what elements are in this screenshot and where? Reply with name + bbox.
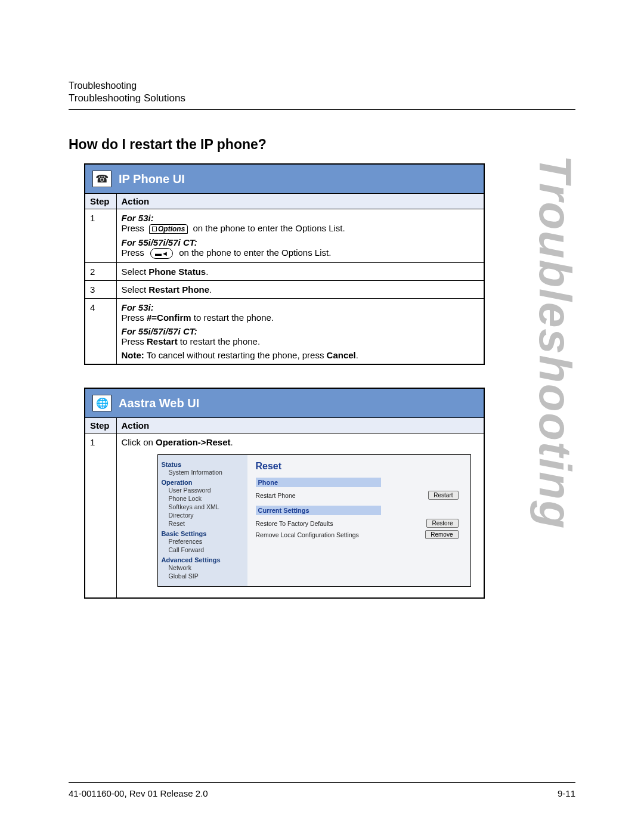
web-ui-screenshot: Status System Information Operation User… — [157, 454, 471, 587]
label-restart-phone: Restart Phone — [256, 492, 296, 499]
col-action: Action — [116, 194, 484, 209]
header-rule — [69, 109, 575, 110]
col-action: Action — [116, 418, 484, 433]
remove-button[interactable]: Remove — [425, 530, 458, 539]
col-step: Step — [85, 194, 116, 209]
table-row: 3 Select Restart Phone. — [85, 281, 484, 299]
step-action: For 53i: Press #=Confirm to restart the … — [116, 299, 484, 364]
table-row: 2 Select Phone Status. — [85, 263, 484, 281]
titlebar-text-web-ui: Aastra Web UI — [119, 397, 199, 410]
step-action: For 53i: Press Options on the phone to e… — [116, 209, 484, 263]
globe-icon — [92, 395, 112, 411]
nav-cat-advanced-settings[interactable]: Advanced Settings — [162, 556, 244, 563]
step-num: 2 — [85, 263, 116, 281]
t: to restart the phone. — [191, 312, 274, 323]
nav-item-directory[interactable]: Directory — [169, 511, 244, 519]
step-num: 1 — [85, 433, 116, 598]
nav-item-network[interactable]: Network — [169, 563, 244, 572]
t: Click on — [122, 437, 156, 447]
operation-reset-label: Operation->Reset — [156, 437, 230, 447]
press-suffix-2: on the phone to enter the Options List. — [179, 247, 331, 258]
step-action: Click on Operation->Reset. Status System… — [116, 433, 484, 598]
procedure-web-ui: Aastra Web UI Step Action 1 Click on Ope… — [84, 388, 485, 599]
restore-button[interactable]: Restore — [426, 519, 458, 528]
footer-doc-id: 41-001160-00, Rev 01 Release 2.0 — [69, 788, 208, 798]
nav-item-softkeys-xml[interactable]: Softkeys and XML — [169, 503, 244, 511]
table-ip-phone: Step Action 1 For 53i: Press Options on … — [85, 193, 484, 364]
t: . — [209, 284, 212, 295]
step-num: 3 — [85, 281, 116, 299]
t: . — [230, 437, 233, 447]
for-53i-label: For 53i: — [122, 213, 154, 223]
t: Select — [122, 284, 149, 295]
nav-cat-status[interactable]: Status — [162, 461, 244, 468]
footer-rule — [69, 782, 575, 783]
for-53i-label: For 53i: — [122, 302, 154, 312]
nav-item-phone-lock[interactable]: Phone Lock — [169, 494, 244, 503]
restart-phone-label: Restart Phone — [148, 284, 209, 295]
options-key-label: Options — [158, 225, 185, 233]
restart-button[interactable]: Restart — [428, 491, 458, 500]
nav-cat-operation[interactable]: Operation — [162, 479, 244, 486]
procedure-ip-phone: IP Phone UI Step Action 1 For 53i: Press… — [84, 163, 485, 365]
t: To cancel without restarting the phone, … — [144, 350, 327, 360]
nav-item-preferences[interactable]: Preferences — [169, 537, 244, 546]
label-restore-defaults: Restore To Factory Defaults — [256, 520, 333, 527]
options-key-icon: Options — [149, 224, 188, 234]
cancel-key-label: Cancel — [327, 350, 356, 360]
web-page-title: Reset — [256, 461, 462, 472]
label-remove-local: Remove Local Configuration Settings — [256, 531, 359, 538]
note-label: Note: — [122, 350, 144, 360]
web-nav: Status System Information Operation User… — [158, 455, 247, 586]
press-suffix: on the phone to enter the Options List. — [193, 223, 345, 233]
for-55i-label: For 55i/57i/57i CT: — [122, 326, 197, 336]
phone-icon — [92, 171, 112, 187]
nav-item-system-information[interactable]: System Information — [169, 468, 244, 476]
titlebar-web-ui: Aastra Web UI — [85, 389, 484, 417]
press-text-2: Press — [122, 247, 147, 258]
nav-item-user-password[interactable]: User Password — [169, 486, 244, 494]
menu-key-icon: ▬◄ — [150, 248, 173, 259]
titlebar-ip-phone: IP Phone UI — [85, 165, 484, 193]
step-action: Select Phone Status. — [116, 263, 484, 281]
press-text: Press — [122, 223, 144, 233]
step-num: 1 — [85, 209, 116, 263]
table-row: 4 For 53i: Press #=Confirm to restart th… — [85, 299, 484, 364]
table-web-ui: Step Action 1 Click on Operation->Reset.… — [85, 417, 484, 597]
header-crumb-1: Troubleshooting — [69, 80, 575, 91]
step-action: Select Restart Phone. — [116, 281, 484, 299]
restart-key-label: Restart — [147, 336, 178, 346]
table-row: 1 Click on Operation->Reset. Status Syst… — [85, 433, 484, 598]
nav-item-call-forward[interactable]: Call Forward — [169, 546, 244, 554]
header-crumb-2: Troubleshooting Solutions — [69, 92, 575, 104]
t: Select — [122, 267, 149, 277]
nav-cat-basic-settings[interactable]: Basic Settings — [162, 530, 244, 537]
for-55i-label: For 55i/57i/57i CT: — [122, 237, 197, 247]
confirm-key-label: #=Confirm — [147, 312, 191, 323]
phone-status-label: Phone Status — [148, 267, 206, 277]
watermark-text: Troubleshooting — [530, 155, 581, 529]
t: . — [206, 267, 208, 277]
t: Press — [122, 312, 147, 323]
section-current-settings: Current Settings — [256, 506, 381, 515]
section-phone: Phone — [256, 478, 381, 487]
titlebar-text-ip-phone: IP Phone UI — [119, 172, 185, 186]
row-restart-phone: Restart Phone Restart — [256, 490, 459, 501]
t: . — [356, 350, 358, 360]
table-row: 1 For 53i: Press Options on the phone to… — [85, 209, 484, 263]
t: Press — [122, 336, 147, 346]
nav-item-reset[interactable]: Reset — [169, 519, 244, 528]
step-num: 4 — [85, 299, 116, 364]
row-restore-defaults: Restore To Factory Defaults Restore — [256, 518, 459, 529]
web-main: Reset Phone Restart Phone Restart Curren… — [247, 455, 470, 586]
col-step: Step — [85, 418, 116, 433]
section-heading: How do I restart the IP phone? — [69, 137, 575, 153]
t: to restart the phone. — [178, 336, 260, 346]
nav-item-global-sip[interactable]: Global SIP — [169, 572, 244, 580]
row-remove-local: Remove Local Configuration Settings Remo… — [256, 529, 459, 540]
footer-page-number: 9-11 — [558, 788, 575, 798]
